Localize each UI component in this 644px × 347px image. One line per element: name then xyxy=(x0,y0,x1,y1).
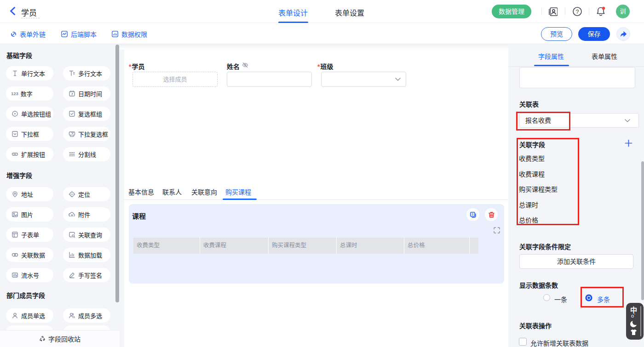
svg-text:?: ? xyxy=(576,9,579,15)
